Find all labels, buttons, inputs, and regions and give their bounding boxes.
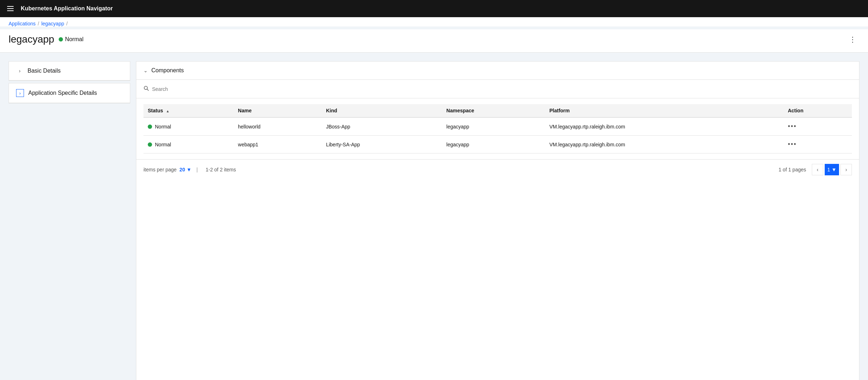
right-panel: ⌄ Components Status ▲ Name — [136, 61, 859, 380]
row2-status-label: Normal — [155, 142, 171, 147]
row2-name: webapp1 — [234, 136, 322, 154]
prev-page-button[interactable]: ‹ — [812, 164, 823, 175]
row1-status-label: Normal — [155, 124, 171, 130]
row1-name: helloworld — [234, 117, 322, 136]
page-title-left: legacyapp Normal — [9, 34, 83, 45]
row2-status: Normal — [143, 136, 234, 154]
menu-icon[interactable] — [6, 5, 15, 13]
chevron-down-icon: ⌄ — [143, 68, 148, 73]
basic-details-label: Basic Details — [28, 68, 60, 74]
row2-platform: VM.legacyapp.rtp.raleigh.ibm.com — [545, 136, 783, 154]
col-platform: Platform — [545, 104, 783, 117]
app-specific-details-accordion: › Application Specific Details — [9, 83, 130, 103]
page-dropdown-icon: ▼ — [832, 167, 837, 172]
components-section-header[interactable]: ⌄ Components — [136, 62, 859, 80]
pagination-right: 1 of 1 pages ‹ 1 ▼ › — [779, 164, 852, 175]
row2-namespace: legacyapp — [442, 136, 545, 154]
left-panel: › Basic Details › Application Specific D… — [9, 61, 130, 380]
breadcrumb-sep-1: / — [38, 21, 39, 26]
chevron-right-icon: › — [16, 67, 23, 74]
app-specific-details-label: Application Specific Details — [28, 90, 97, 96]
sort-icon: ▲ — [166, 109, 170, 113]
page-title-bar: legacyapp Normal ⋮ — [0, 29, 868, 53]
current-page-button[interactable]: 1 ▼ — [825, 164, 839, 175]
svg-line-1 — [147, 89, 149, 91]
breadcrumb-bar: Applications / legacyapp / — [0, 17, 868, 26]
col-action: Action — [784, 104, 852, 117]
components-label: Components — [151, 67, 184, 74]
items-per-page-label: items per page — [143, 167, 177, 172]
table-header: Status ▲ Name Kind Namespace Platform Ac… — [143, 104, 852, 117]
row1-status: Normal — [143, 117, 234, 136]
search-bar — [136, 80, 859, 98]
table-body: Normal helloworld JBoss-App legacyapp VM… — [143, 117, 852, 154]
overflow-menu-button[interactable]: ⋮ — [846, 32, 859, 47]
row1-action[interactable]: ••• — [784, 117, 852, 136]
row2-action-menu[interactable]: ••• — [788, 141, 797, 148]
status-label: Normal — [65, 36, 84, 43]
row2-status-dot — [148, 142, 152, 147]
basic-details-accordion: › Basic Details — [9, 61, 130, 81]
row1-namespace: legacyapp — [442, 117, 545, 136]
col-kind: Kind — [322, 104, 442, 117]
search-icon — [143, 86, 149, 92]
app-header: Kubernetes Application Navigator — [0, 0, 868, 17]
status-badge: Normal — [59, 36, 84, 43]
search-input[interactable] — [152, 86, 224, 92]
arrow-right-box-icon: › — [16, 89, 24, 97]
row2-kind: Liberty-SA-App — [322, 136, 442, 154]
status-dot — [59, 37, 63, 42]
main-content: › Basic Details › Application Specific D… — [0, 53, 868, 380]
page-title: legacyapp — [9, 34, 54, 45]
next-page-button[interactable]: › — [840, 164, 852, 175]
app-title: Kubernetes Application Navigator — [21, 5, 113, 12]
breadcrumb: Applications / legacyapp / — [9, 21, 859, 26]
table-row: Normal helloworld JBoss-App legacyapp VM… — [143, 117, 852, 136]
items-count: 1-2 of 2 items — [206, 167, 236, 172]
row1-platform: VM.legacyapp.rtp.raleigh.ibm.com — [545, 117, 783, 136]
pagination-pipe: | — [196, 167, 198, 172]
components-table: Status ▲ Name Kind Namespace Platform Ac… — [143, 104, 852, 154]
pagination-bar: items per page 20 ▼ | 1-2 of 2 items 1 o… — [136, 159, 859, 180]
col-status[interactable]: Status ▲ — [143, 104, 234, 117]
row1-status-dot — [148, 125, 152, 129]
breadcrumb-legacyapp[interactable]: legacyapp — [41, 21, 64, 26]
col-namespace: Namespace — [442, 104, 545, 117]
items-per-page-dropdown-icon: ▼ — [186, 167, 191, 172]
col-name: Name — [234, 104, 322, 117]
table-row: Normal webapp1 Liberty-SA-App legacyapp … — [143, 136, 852, 154]
basic-details-header[interactable]: › Basic Details — [9, 62, 130, 81]
page-info: 1 of 1 pages — [779, 167, 806, 172]
breadcrumb-applications[interactable]: Applications — [9, 21, 36, 26]
breadcrumb-sep-2: / — [66, 21, 68, 26]
row2-action[interactable]: ••• — [784, 136, 852, 154]
svg-point-0 — [144, 86, 147, 89]
row1-action-menu[interactable]: ••• — [788, 123, 797, 130]
items-per-page-select[interactable]: 20 ▼ — [180, 167, 191, 172]
row1-kind: JBoss-App — [322, 117, 442, 136]
app-specific-details-header[interactable]: › Application Specific Details — [9, 83, 130, 103]
